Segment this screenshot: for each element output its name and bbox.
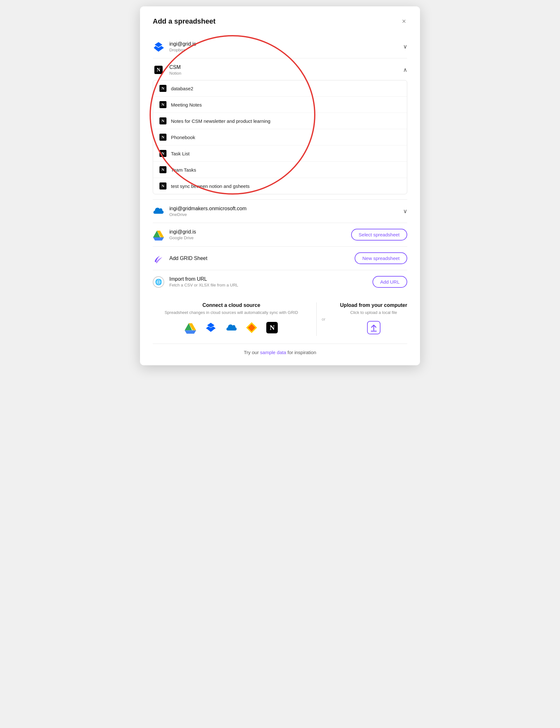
notion-item-icon: N bbox=[160, 150, 167, 157]
modal-header: Add a spreadsheet × bbox=[153, 17, 407, 26]
dropbox-icon bbox=[153, 41, 164, 52]
notion-item-label: test sync beween notion and gsheets bbox=[171, 183, 250, 189]
notion-item[interactable]: N Team Tasks bbox=[153, 162, 407, 178]
notion-item-label: Team Tasks bbox=[171, 167, 196, 173]
dropbox-text: ingi@grid.is Dropbox bbox=[169, 41, 196, 52]
gridsheet-account: Add GRID Sheet bbox=[169, 256, 207, 261]
onedrive-text: ingi@gridmakers.onmicrosoft.com OneDrive bbox=[169, 206, 247, 217]
onedrive-chevron: ∨ bbox=[403, 208, 407, 215]
notion-account: CSM bbox=[169, 64, 182, 70]
footer-text-after: for inspiration bbox=[286, 350, 316, 355]
add-spreadsheet-modal: Add a spreadsheet × ingi@grid.is Dropbox… bbox=[140, 6, 420, 365]
notion-icon: N bbox=[153, 64, 164, 76]
url-sub: Fetch a CSV or XLSX file from a URL bbox=[169, 283, 238, 287]
notion-item[interactable]: N Phonebook bbox=[153, 129, 407, 145]
gdrive-account: ingi@grid.is bbox=[169, 229, 196, 235]
cloud-icons: N bbox=[183, 321, 279, 335]
cloud-sub: Spreadsheet changes in cloud sources wil… bbox=[165, 310, 298, 315]
svg-marker-6 bbox=[153, 237, 164, 241]
notion-items-list: N database2 N Meeting Notes N Notes for … bbox=[153, 80, 407, 194]
notion-item-icon: N bbox=[160, 101, 167, 108]
notion-item-label: Phonebook bbox=[171, 135, 195, 140]
gridsheet-text: Add GRID Sheet bbox=[169, 256, 207, 261]
gdrive-left: ingi@grid.is Google Drive bbox=[153, 229, 196, 241]
notion-section: N CSM Notion ∧ N database2 N Meeting bbox=[153, 58, 407, 200]
cloud-source-section: Connect a cloud source Spreadsheet chang… bbox=[153, 302, 317, 336]
notion-item-icon: N bbox=[160, 85, 167, 92]
gdrive-row: ingi@grid.is Google Drive Select spreads… bbox=[153, 223, 407, 247]
gdrive-text: ingi@grid.is Google Drive bbox=[169, 229, 196, 240]
notion-item-label: Task List bbox=[171, 151, 190, 156]
notion-item[interactable]: N Task List bbox=[153, 145, 407, 162]
dropbox-row[interactable]: ingi@grid.is Dropbox ∨ bbox=[153, 35, 407, 58]
onedrive-account: ingi@gridmakers.onmicrosoft.com bbox=[169, 206, 247, 212]
onedrive-row[interactable]: ingi@gridmakers.onmicrosoft.com OneDrive… bbox=[153, 200, 407, 223]
notion-provider: Notion bbox=[169, 71, 182, 76]
notion-item-icon: N bbox=[160, 117, 167, 124]
notion-item[interactable]: N database2 bbox=[153, 80, 407, 97]
url-account: Import from URL bbox=[169, 276, 238, 282]
url-text: Import from URL Fetch a CSV or XLSX file… bbox=[169, 276, 238, 287]
dropbox-left: ingi@grid.is Dropbox bbox=[153, 41, 196, 52]
close-button[interactable]: × bbox=[400, 17, 407, 26]
or-divider: or bbox=[317, 302, 331, 336]
notion-item-icon: N bbox=[160, 166, 167, 173]
new-spreadsheet-button[interactable]: New spreadsheet bbox=[355, 252, 407, 264]
notion-item[interactable]: N Meeting Notes bbox=[153, 97, 407, 113]
bottom-smartsheet-icon[interactable] bbox=[245, 321, 259, 335]
notion-text: CSM Notion bbox=[169, 64, 182, 76]
notion-item-label: Meeting Notes bbox=[171, 102, 202, 108]
bottom-gdrive-icon[interactable] bbox=[183, 321, 198, 335]
url-icon: 🌐 bbox=[153, 276, 164, 288]
upload-source-section: Upload from your computer Click to uploa… bbox=[330, 302, 407, 336]
bottom-dropbox-icon[interactable] bbox=[204, 321, 218, 335]
gridsheet-icon bbox=[153, 253, 164, 264]
upload-sub: Click to upload a local file bbox=[350, 310, 397, 315]
notion-item-label: database2 bbox=[171, 86, 193, 91]
notion-item[interactable]: N Notes for CSM newsletter and product l… bbox=[153, 113, 407, 129]
notion-item-label: Notes for CSM newsletter and product lea… bbox=[171, 118, 271, 124]
gdrive-provider: Google Drive bbox=[169, 235, 196, 240]
notion-item[interactable]: N test sync beween notion and gsheets bbox=[153, 178, 407, 194]
gridsheet-row: Add GRID Sheet New spreadsheet bbox=[153, 247, 407, 270]
modal-title: Add a spreadsheet bbox=[153, 17, 216, 26]
cloud-title: Connect a cloud source bbox=[203, 302, 260, 308]
bottom-section: Connect a cloud source Spreadsheet chang… bbox=[153, 302, 407, 336]
url-left: 🌐 Import from URL Fetch a CSV or XLSX fi… bbox=[153, 276, 238, 288]
gdrive-icon bbox=[153, 229, 164, 241]
notion-item-icon: N bbox=[160, 134, 167, 141]
svg-marker-9 bbox=[185, 330, 196, 334]
add-url-button[interactable]: Add URL bbox=[372, 276, 407, 288]
dropbox-account: ingi@grid.is bbox=[169, 41, 196, 47]
gridsheet-left: Add GRID Sheet bbox=[153, 253, 207, 264]
dropbox-chevron: ∨ bbox=[403, 43, 407, 50]
bottom-notion-icon[interactable]: N bbox=[265, 321, 279, 335]
footer-text-before: Try our bbox=[244, 350, 260, 355]
notion-chevron: ∧ bbox=[403, 66, 407, 73]
onedrive-left: ingi@gridmakers.onmicrosoft.com OneDrive bbox=[153, 205, 247, 217]
select-spreadsheet-button[interactable]: Select spreadsheet bbox=[351, 229, 407, 241]
sample-data-link[interactable]: sample data bbox=[260, 350, 286, 355]
notion-item-icon: N bbox=[160, 182, 167, 189]
upload-title: Upload from your computer bbox=[340, 302, 407, 308]
upload-icon[interactable] bbox=[367, 321, 381, 336]
onedrive-icon bbox=[153, 205, 164, 217]
onedrive-provider: OneDrive bbox=[169, 212, 247, 217]
url-row: 🌐 Import from URL Fetch a CSV or XLSX fi… bbox=[153, 270, 407, 293]
footer-sample-data: Try our sample data for inspiration bbox=[153, 344, 407, 355]
notion-left: N CSM Notion bbox=[153, 64, 182, 76]
bottom-onedrive-icon[interactable] bbox=[224, 321, 238, 335]
notion-header[interactable]: N CSM Notion ∧ bbox=[153, 58, 407, 80]
dropbox-provider: Dropbox bbox=[169, 48, 196, 52]
